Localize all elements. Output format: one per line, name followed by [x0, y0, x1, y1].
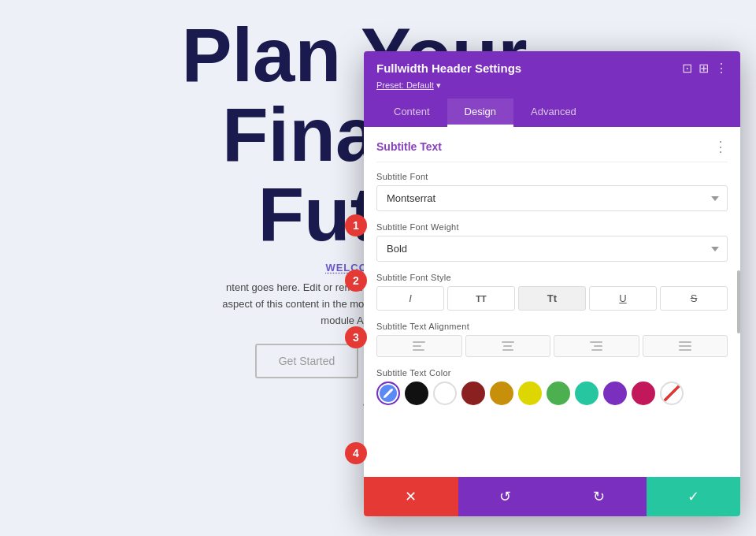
- more-options-icon[interactable]: ⋮: [715, 61, 728, 76]
- modal-preset: Preset: Default ▾: [376, 80, 728, 91]
- color-swatch-black[interactable]: [405, 382, 428, 405]
- color-swatch-active[interactable]: [376, 382, 400, 405]
- preset-label[interactable]: Preset: Default: [376, 80, 434, 90]
- tab-content[interactable]: Content: [376, 99, 447, 127]
- cancel-button[interactable]: ✕: [364, 477, 458, 516]
- font-label: Subtitle Font: [376, 172, 728, 181]
- modal-header-icons: ⊡ ⊞ ⋮: [682, 61, 728, 76]
- style-buttons: I TT Tt U S: [376, 286, 728, 311]
- tab-design[interactable]: Design: [447, 99, 513, 127]
- modal-title: Fullwidth Header Settings: [376, 61, 521, 75]
- align-left-button[interactable]: [376, 335, 462, 357]
- color-swatch-teal[interactable]: [575, 382, 598, 405]
- color-label: Subtitle Text Color: [376, 368, 728, 378]
- minimize-icon[interactable]: ⊡: [682, 61, 692, 76]
- section-menu-icon[interactable]: ⋮: [713, 138, 728, 155]
- step-badge-3: 3: [345, 326, 367, 348]
- expand-icon[interactable]: ⊞: [699, 61, 709, 76]
- color-swatch-purple[interactable]: [603, 382, 627, 405]
- settings-panel: Fullwidth Header Settings ⊡ ⊞ ⋮ Preset: …: [364, 51, 740, 516]
- color-swatch-darkred[interactable]: [461, 382, 485, 405]
- font-style-label: Subtitle Font Style: [376, 273, 728, 282]
- color-swatch-none[interactable]: [660, 382, 684, 405]
- font-weight-label: Subtitle Font Weight: [376, 222, 728, 232]
- underline-button[interactable]: U: [589, 286, 657, 311]
- color-swatch-pink[interactable]: [632, 382, 655, 405]
- font-style-row: Subtitle Font Style I TT Tt U S: [376, 273, 728, 311]
- tab-advanced[interactable]: Advanced: [513, 99, 594, 127]
- text-alignment-row: Subtitle Text Alignment: [376, 322, 728, 357]
- section-title: Subtitle Text: [376, 140, 442, 153]
- italic-button[interactable]: I: [376, 286, 444, 311]
- modal-header: Fullwidth Header Settings ⊡ ⊞ ⋮ Preset: …: [364, 51, 740, 127]
- save-button[interactable]: ✓: [647, 477, 741, 516]
- font-weight-select[interactable]: Bold Normal Light Extra Bold: [376, 236, 728, 262]
- section-header: Subtitle Text ⋮: [376, 127, 728, 162]
- small-caps-button[interactable]: TT: [447, 286, 515, 311]
- modal-footer: ✕ ↺ ↻ ✓: [364, 477, 740, 516]
- redo-button[interactable]: ↻: [552, 477, 647, 516]
- scroll-indicator: [737, 270, 740, 333]
- modal-header-top: Fullwidth Header Settings ⊡ ⊞ ⋮: [376, 61, 728, 76]
- color-swatch-white[interactable]: [433, 382, 457, 405]
- modal-body: Subtitle Text ⋮ Subtitle Font Montserrat…: [364, 127, 740, 477]
- step-badge-4: 4: [345, 442, 367, 464]
- color-swatch-yellow[interactable]: [518, 382, 542, 405]
- font-select[interactable]: Montserrat Open Sans Roboto: [376, 185, 728, 211]
- font-weight-row: Subtitle Font Weight Bold Normal Light E…: [376, 222, 728, 262]
- color-swatches: [376, 382, 728, 405]
- modal-tabs: Content Design Advanced: [376, 99, 728, 127]
- capitalize-button[interactable]: Tt: [518, 286, 586, 311]
- align-right-button[interactable]: [554, 335, 639, 357]
- strikethrough-button[interactable]: S: [660, 286, 728, 311]
- align-justify-button[interactable]: [643, 335, 728, 357]
- text-color-row: Subtitle Text Color: [376, 368, 728, 405]
- color-swatch-gold[interactable]: [490, 382, 513, 405]
- align-center-button[interactable]: [465, 335, 551, 357]
- font-field-row: Subtitle Font Montserrat Open Sans Robot…: [376, 172, 728, 211]
- alignment-label: Subtitle Text Alignment: [376, 322, 728, 331]
- reset-button[interactable]: ↺: [458, 477, 553, 516]
- color-swatch-green[interactable]: [547, 382, 570, 405]
- get-started-button[interactable]: Get Started: [255, 344, 359, 378]
- align-buttons: [376, 335, 728, 357]
- step-badge-1: 1: [345, 214, 367, 236]
- step-badge-2: 2: [345, 270, 367, 292]
